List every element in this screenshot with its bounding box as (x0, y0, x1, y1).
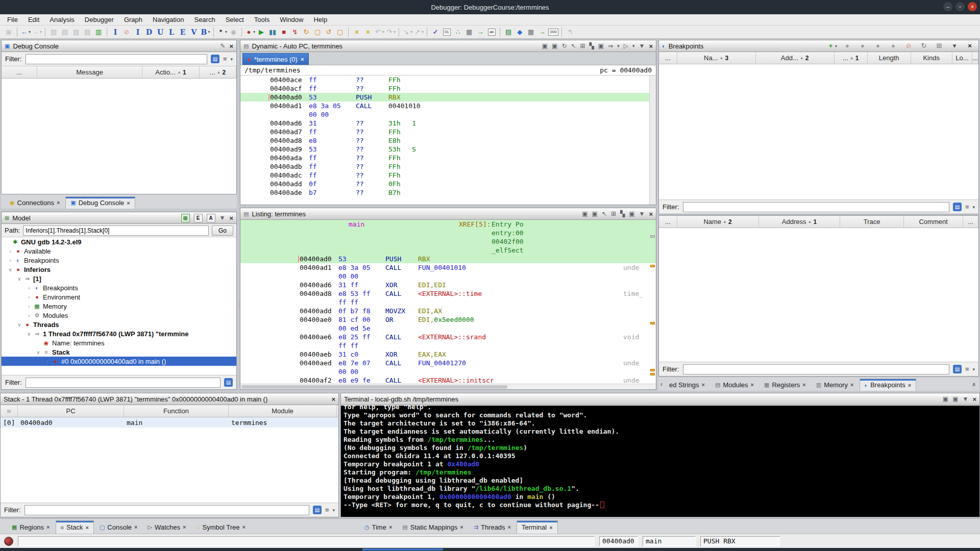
style-D-icon[interactable]: D (144, 27, 154, 37)
copy-icon[interactable]: ▣ (582, 210, 587, 217)
menu-navigation[interactable]: Navigation (148, 14, 189, 25)
copy-icon[interactable]: ▣ (542, 42, 548, 49)
disable-all-bp-icon[interactable]: ● (888, 41, 898, 51)
path-input[interactable] (23, 226, 209, 236)
paste-icon[interactable]: ▣ (952, 395, 958, 403)
copy-icon[interactable]: ▣ (943, 395, 948, 403)
asm-row[interactable]: ff ff (240, 341, 656, 350)
asm-row[interactable]: 00400adcff??FFh (240, 171, 656, 180)
minimize-button[interactable]: – (943, 2, 952, 11)
clear-console-icon[interactable]: ✎ (220, 42, 225, 49)
copy-annotations-icon[interactable]: ▤ (60, 27, 70, 37)
tree-item-stack[interactable]: ∨≡Stack (2, 347, 236, 357)
step-over-icon[interactable]: ▢ (312, 27, 323, 37)
menu-help[interactable]: Help (308, 14, 332, 25)
validate-icon[interactable]: ✓ (430, 27, 440, 37)
menu-edit[interactable]: Edit (23, 14, 44, 25)
panel-menu-icon[interactable]: ▼ (639, 42, 645, 49)
col-more[interactable]: ... (972, 52, 978, 64)
asm-row[interactable]: 00400aeb31 c0XOREAX,EAX (240, 350, 656, 359)
close-icon[interactable]: × (331, 395, 335, 403)
abc-icon[interactable]: ab (486, 27, 497, 37)
asm-row[interactable]: 00400acfff??FFh (240, 84, 656, 93)
asm-row[interactable]: 00400ad8e8 53 ffCALL<EXTERNAL>::timetime… (240, 289, 656, 298)
close-icon[interactable]: × (127, 200, 130, 206)
cursor-arrow-icon[interactable]: ↖ (571, 42, 576, 49)
breakpoint-locations-body[interactable] (659, 228, 978, 362)
tab-defined-strings[interactable]: ed Strings× (665, 379, 709, 391)
filter-input[interactable] (24, 505, 309, 515)
filter-input[interactable] (26, 378, 221, 388)
close-icon[interactable]: × (649, 42, 653, 50)
stop-icon[interactable]: ■ (279, 27, 289, 37)
filter-input[interactable] (683, 364, 949, 374)
tree-item-inferiors[interactable]: ∨●Inferiors (2, 265, 236, 274)
style-B-icon[interactable]: B▾ (200, 27, 210, 37)
add-breakpoint-icon[interactable]: +▾ (827, 41, 837, 51)
tab-console[interactable]: ▢Console× (95, 520, 142, 534)
chevron-down-icon[interactable]: ▾ (230, 57, 233, 62)
asm-row[interactable]: 00400ad053PUSHRBX (240, 255, 656, 263)
close-icon[interactable]: × (751, 382, 754, 388)
panel-menu-icon[interactable]: ▾ (949, 41, 960, 51)
filter-settings-icon[interactable]: ≡ (325, 506, 329, 514)
asm-row[interactable]: 00400ae6e8 25 ffCALL<EXTERNAL>::srandvoi… (240, 333, 656, 341)
close-icon[interactable]: × (57, 199, 60, 206)
tab-time[interactable]: ◷Time× (360, 520, 397, 534)
col-name[interactable]: Na...▲3 (677, 52, 756, 64)
filter-doc-icon[interactable]: ▤ (211, 55, 219, 63)
chevron-down-icon[interactable]: ▾ (972, 205, 975, 210)
resume-icon[interactable]: ▶ (256, 27, 266, 37)
snapshot-camera-icon[interactable]: ▣ (598, 42, 604, 49)
asm-row[interactable]: 00400ad8e8??E8h (240, 136, 656, 145)
asm-row[interactable]: 00400ad053PUSHRBX (240, 93, 656, 102)
col-module[interactable]: Module (229, 405, 337, 417)
filter-input[interactable] (683, 202, 949, 212)
table-add-icon[interactable]: ⊞ (580, 42, 585, 49)
filter-settings-icon[interactable]: ≡ (223, 55, 227, 63)
tab-breakpoints[interactable]: ◐Breakpoints× (860, 379, 917, 391)
chevron-down-icon[interactable]: ▾ (632, 43, 635, 48)
tree-item-thread-name[interactable]: ◉Name: termmines (2, 338, 236, 347)
close-icon[interactable]: × (908, 382, 911, 388)
panel-menu-icon[interactable]: ▼ (963, 395, 969, 403)
asm-row[interactable]: 00 ed 5e (240, 324, 656, 333)
paste-annotations-icon[interactable]: ▤ (71, 27, 81, 37)
goto-out-icon[interactable]: ↗▾ (413, 27, 424, 37)
horizontal-scrollbar[interactable] (240, 384, 656, 389)
symbol-tree-icon[interactable]: ∴ (453, 27, 463, 37)
col-level[interactable]: ... (2, 66, 37, 78)
col-length[interactable]: Length (868, 52, 911, 64)
tab-scroll-left-icon[interactable]: ‹ (658, 381, 665, 388)
col-name[interactable]: Name▲2 (677, 216, 759, 228)
debug-console-body[interactable] (2, 79, 236, 194)
enable-all-bp-icon[interactable]: ● (857, 41, 868, 51)
step-last-icon[interactable]: ▢ (335, 27, 345, 37)
col-state[interactable]: ... (659, 216, 677, 228)
filter-settings-icon[interactable]: ≡ (965, 365, 969, 373)
asm-row[interactable]: 00400af2e8 e9 feCALL<EXTERNAL>::initscru… (240, 376, 656, 384)
col-level[interactable]: ▤ (1, 405, 18, 417)
col-message[interactable]: Message (37, 66, 142, 78)
kill-icon[interactable]: ↯ (290, 27, 300, 37)
col-kinds[interactable]: Kinds (911, 52, 952, 64)
close-icon[interactable]: × (649, 210, 653, 218)
interrupt-icon[interactable]: ▮▮ (267, 27, 278, 37)
asm-row[interactable]: 00400add0f??0Fh (240, 180, 656, 188)
menu-tools[interactable]: Tools (249, 14, 275, 25)
paste-icon[interactable]: ▣ (552, 42, 557, 49)
filter-doc-icon[interactable]: ▤ (224, 378, 233, 387)
tab-registers[interactable]: ▦Registers× (760, 379, 811, 391)
close-icon[interactable]: × (460, 524, 463, 530)
tab-watches[interactable]: ▷Watches× (143, 520, 190, 534)
grid-icon[interactable]: ▦ (526, 27, 536, 37)
asm-row[interactable]: 00400aceff??FFh (240, 76, 656, 84)
no-markup-icon[interactable]: ⊘ (121, 27, 132, 37)
filter-doc-icon[interactable]: ▤ (313, 506, 322, 514)
close-icon[interactable]: × (301, 56, 304, 62)
col-pc[interactable]: PC (18, 405, 124, 417)
tree-mode-icon[interactable]: ⊞ (181, 214, 190, 222)
record-icon[interactable]: ●▾ (245, 27, 255, 37)
spray-icon[interactable]: *▾ (217, 27, 227, 37)
asm-row[interactable]: 00400ae081 cf 00OREDI,0x5eed0000 (240, 315, 656, 324)
